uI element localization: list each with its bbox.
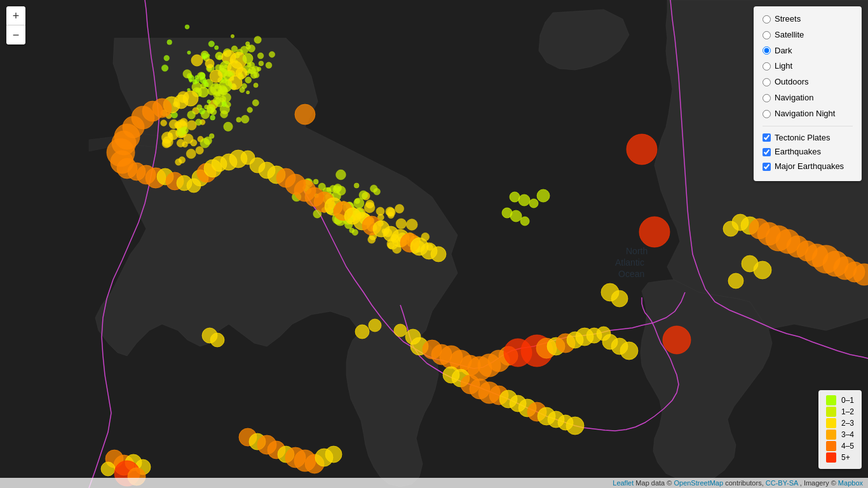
basemap-navigation-label[interactable]: Navigation	[763, 92, 853, 105]
basemap-nav-night-group: Navigation Night	[763, 107, 853, 121]
attribution-map-data: Map data ©	[635, 479, 674, 487]
basemap-streets-radio[interactable]	[763, 15, 771, 24]
legend-label-2: 2–3	[841, 419, 854, 428]
basemap-dark-group: Dark	[763, 44, 853, 58]
basemap-streets-label[interactable]: Streets	[763, 13, 853, 26]
svg-text:North: North	[626, 246, 648, 256]
basemap-nav-night-radio[interactable]	[763, 110, 771, 118]
basemap-nav-night-text: Navigation Night	[775, 107, 835, 121]
basemap-outdoors-radio[interactable]	[763, 78, 771, 86]
legend-color-2	[826, 418, 836, 428]
attribution-bar: Leaflet Map data © OpenStreetMap contrib…	[0, 478, 868, 488]
basemap-satellite-radio[interactable]	[763, 31, 771, 39]
zoom-out-button[interactable]: −	[6, 25, 25, 44]
leaflet-link[interactable]: Leaflet	[613, 479, 634, 487]
legend-label-4: 4–5	[841, 442, 854, 451]
license-link[interactable]: CC-BY-SA	[766, 479, 798, 487]
basemap-dark-radio[interactable]	[763, 46, 771, 55]
legend-label-0: 0–1	[841, 396, 854, 405]
basemap-navigation-radio[interactable]	[763, 94, 771, 102]
layer-control-panel: Streets Satellite Dark Light Outdoor	[754, 6, 862, 181]
legend-color-0	[826, 395, 836, 405]
overlay-tectonic-label[interactable]: Tectonic Plates	[763, 132, 853, 145]
basemap-light-label[interactable]: Light	[763, 60, 853, 73]
legend-label-5: 5+	[841, 453, 850, 462]
legend-color-3	[826, 430, 836, 440]
basemap-navigation-group: Navigation	[763, 92, 853, 105]
overlay-major-checkbox[interactable]	[763, 163, 771, 171]
legend-item-0: 0–1	[826, 395, 854, 405]
attribution-contributors: contributors,	[725, 479, 766, 487]
basemap-streets-text: Streets	[775, 13, 801, 26]
legend-color-5	[826, 452, 836, 463]
legend-color-4	[826, 441, 836, 451]
legend-panel: 0–1 1–2 2–3 3–4 4–5 5+	[818, 390, 862, 469]
basemap-outdoors-text: Outdoors	[775, 76, 808, 89]
zoom-controls: + −	[6, 6, 25, 44]
overlay-tectonic-checkbox[interactable]	[763, 133, 771, 142]
legend-item-1: 1–2	[826, 407, 854, 417]
legend-item-3: 3–4	[826, 430, 854, 440]
legend-item-4: 4–5	[826, 441, 854, 451]
basemap-satellite-text: Satellite	[775, 29, 804, 42]
svg-text:Ocean: Ocean	[618, 269, 644, 279]
legend-item-2: 2–3	[826, 418, 854, 428]
basemap-dark-text: Dark	[775, 44, 792, 58]
legend-label-3: 3–4	[841, 430, 854, 439]
basemap-light-text: Light	[775, 60, 792, 73]
overlay-earthquakes-text: Earthquakes	[775, 146, 821, 159]
basemap-outdoors-label[interactable]: Outdoors	[763, 76, 853, 89]
attribution-imagery: , Imagery ©	[800, 479, 838, 487]
legend-label-1: 1–2	[841, 407, 854, 416]
basemap-dark-label[interactable]: Dark	[763, 44, 853, 58]
basemap-outdoors-group: Outdoors	[763, 76, 853, 89]
overlay-major-label[interactable]: Major Earthquakes	[763, 160, 853, 173]
basemap-satellite-group: Satellite	[763, 29, 853, 42]
basemap-satellite-label[interactable]: Satellite	[763, 29, 853, 42]
overlay-group: Tectonic Plates Earthquakes Major Earthq…	[763, 126, 853, 173]
osm-link[interactable]: OpenStreetMap	[674, 479, 723, 487]
map-svg: North Pacific Ocean North Atlantic Ocean	[0, 0, 868, 488]
basemap-nav-night-label[interactable]: Navigation Night	[763, 107, 853, 121]
svg-text:Atlantic: Atlantic	[615, 257, 644, 268]
legend-color-1	[826, 407, 836, 417]
legend-item-5: 5+	[826, 452, 854, 463]
overlay-earthquakes-label[interactable]: Earthquakes	[763, 146, 853, 159]
overlay-earthquakes-checkbox[interactable]	[763, 148, 771, 156]
basemap-light-group: Light	[763, 60, 853, 73]
overlay-major-text: Major Earthquakes	[775, 160, 844, 173]
map-container[interactable]: North Pacific Ocean North Atlantic Ocean	[0, 0, 868, 488]
basemap-light-radio[interactable]	[763, 62, 771, 71]
overlay-tectonic-text: Tectonic Plates	[775, 132, 830, 145]
zoom-in-button[interactable]: +	[6, 6, 25, 25]
basemap-navigation-text: Navigation	[775, 92, 813, 105]
basemap-group: Streets	[763, 13, 853, 26]
mapbox-link[interactable]: Mapbox	[838, 479, 863, 487]
